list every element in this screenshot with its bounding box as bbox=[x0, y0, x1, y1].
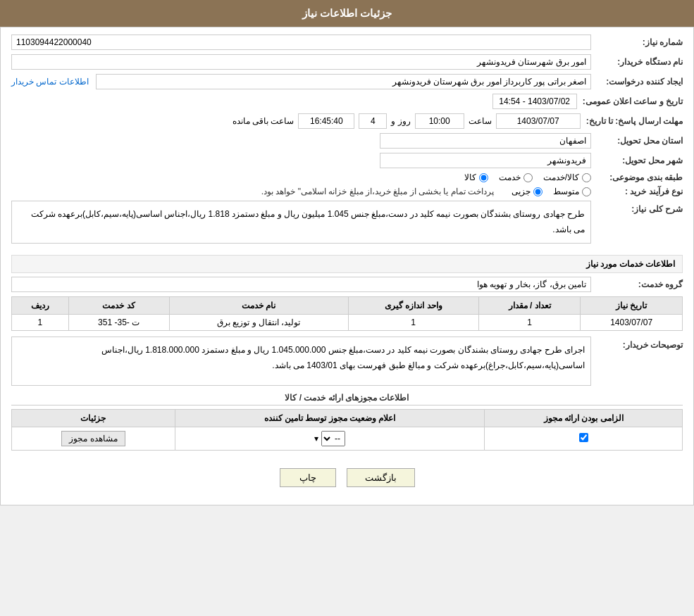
col-qty-header: تعداد / مقدار bbox=[478, 297, 581, 315]
purchase-medium-label: متوسط bbox=[553, 187, 579, 196]
deadline-details: 1403/07/07 ساعت 10:00 روز و 4 16:45:40 س… bbox=[233, 113, 581, 129]
purchase-type-group: متوسط جزیی پرداخت تمام یا بخشی از مبلغ خ… bbox=[261, 187, 591, 196]
col-announce-header: اعلام وضعیت مجوز توسط تامین کننده bbox=[175, 410, 485, 427]
creator-contact-link[interactable]: اطلاعات تماس خریدار bbox=[11, 77, 89, 87]
license-announce-select[interactable]: -- bbox=[321, 431, 345, 446]
deadline-label: مهلت ارسال پاسخ: تا تاریخ: bbox=[581, 116, 683, 126]
content-area: شماره نیاز: 1103094422000040 نام دستگاه … bbox=[0, 27, 694, 505]
need-number-label: شماره نیاز: bbox=[591, 37, 683, 47]
category-radio-group: کالا/خدمت خدمت کالا bbox=[464, 172, 591, 182]
category-label: طبقه بندی موضوعی: bbox=[591, 172, 683, 182]
service-table-header-row: تاریخ نیاز تعداد / مقدار واحد اندازه گیر… bbox=[12, 297, 683, 315]
announce-row: تاریخ و ساعت اعلان عمومی: 1403/07/02 - 1… bbox=[11, 94, 683, 109]
purchase-medium-radio[interactable] bbox=[582, 187, 591, 196]
buyer-org-value: امور برق شهرستان فریدونشهر bbox=[11, 54, 591, 70]
summary-label: شرح کلی نیاز: bbox=[591, 201, 683, 214]
deadline-days-label: روز و bbox=[391, 116, 410, 126]
deadline-days: 4 bbox=[359, 113, 387, 129]
print-button[interactable]: چاپ bbox=[280, 468, 336, 487]
page-header: جزئیات اطلاعات نیاز bbox=[0, 0, 694, 27]
category-goods-option[interactable]: کالا bbox=[464, 172, 488, 182]
license-table: الزامی بودن ارائه مجوز اعلام وضعیت مجوز … bbox=[11, 409, 683, 451]
category-goods-radio[interactable] bbox=[479, 173, 488, 182]
col-code-header: کد خدمت bbox=[68, 297, 169, 315]
page-title: جزئیات اطلاعات نیاز bbox=[302, 7, 392, 19]
col-date-header: تاریخ نیاز bbox=[581, 297, 683, 315]
province-row: استان محل تحویل: اصفهان bbox=[11, 133, 683, 149]
purchase-type-label: نوع فرآیند خرید : bbox=[591, 187, 683, 196]
row-unit: 1 bbox=[348, 315, 478, 331]
col-row-header: ردیف bbox=[12, 297, 69, 315]
buyer-org-label: نام دستگاه خریدار: bbox=[591, 57, 683, 67]
license-section-title: اطلاعات مجوزهای ارائه خدمت / کالا bbox=[11, 393, 683, 406]
service-table: تاریخ نیاز تعداد / مقدار واحد اندازه گیر… bbox=[11, 296, 683, 331]
row-num: 1 bbox=[12, 315, 69, 331]
back-button[interactable]: بازگشت bbox=[347, 468, 415, 487]
deadline-time-label: ساعت bbox=[469, 116, 492, 126]
deadline-date: 1403/07/07 bbox=[496, 113, 581, 129]
row-date: 1403/07/07 bbox=[581, 315, 683, 331]
service-section-title: اطلاعات خدمات مورد نیاز bbox=[11, 255, 683, 273]
summary-value: طرح جهادی روستای بشندگان بصورت نیمه کلید… bbox=[11, 201, 591, 244]
view-license-button[interactable]: مشاهده مجوز bbox=[61, 431, 125, 446]
deadline-remaining: 16:45:40 bbox=[298, 113, 354, 129]
announce-label: تاریخ و ساعت اعلان عمومی: bbox=[577, 96, 683, 106]
purchase-partial-option[interactable]: جزیی bbox=[512, 187, 543, 196]
creator-row: ایجاد کننده درخواست: اصغر براتی پور کارب… bbox=[11, 74, 683, 89]
purchase-type-row: نوع فرآیند خرید : متوسط جزیی پرداخت تمام… bbox=[11, 187, 683, 196]
purchase-partial-label: جزیی bbox=[512, 187, 531, 196]
row-name: تولید، انتقال و توزیع برق bbox=[169, 315, 348, 331]
table-row: 1403/07/07 1 1 تولید، انتقال و توزیع برق… bbox=[12, 315, 683, 331]
license-required-cell bbox=[485, 427, 683, 451]
service-group-label: گروه خدمت: bbox=[591, 279, 683, 289]
deadline-row: مهلت ارسال پاسخ: تا تاریخ: 1403/07/07 سا… bbox=[11, 113, 683, 129]
creator-label: ایجاد کننده درخواست: bbox=[591, 77, 683, 87]
category-service-label: خدمت bbox=[499, 172, 521, 182]
purchase-medium-option[interactable]: متوسط bbox=[553, 187, 591, 196]
bottom-buttons: بازگشت چاپ bbox=[11, 458, 683, 498]
need-number-value: 1103094422000040 bbox=[11, 34, 591, 50]
purchase-type-note: پرداخت تمام یا بخشی از مبلغ خرید،از مبلغ… bbox=[261, 187, 494, 196]
category-row: طبقه بندی موضوعی: کالا/خدمت خدمت کالا bbox=[11, 172, 683, 182]
buyer-org-row: نام دستگاه خریدار: امور برق شهرستان فرید… bbox=[11, 54, 683, 70]
city-value: فریدونشهر bbox=[380, 153, 591, 168]
page-container: جزئیات اطلاعات نیاز شماره نیاز: 11030944… bbox=[0, 0, 694, 505]
category-service-option[interactable]: خدمت bbox=[499, 172, 533, 182]
category-goods-service-radio[interactable] bbox=[582, 173, 591, 182]
col-name-header: نام خدمت bbox=[169, 297, 348, 315]
need-number-row: شماره نیاز: 1103094422000040 bbox=[11, 34, 683, 50]
license-required-checkbox[interactable] bbox=[579, 433, 588, 442]
category-goods-service-option[interactable]: کالا/خدمت bbox=[543, 172, 591, 182]
summary-row: شرح کلی نیاز: طرح جهادی روستای بشندگان ب… bbox=[11, 201, 683, 249]
city-label: شهر محل تحویل: bbox=[591, 156, 683, 165]
service-group-value: تامین برق، گاز، بخار و تهویه هوا bbox=[11, 277, 591, 292]
row-code: ت -35- 351 bbox=[68, 315, 169, 331]
province-value: اصفهان bbox=[380, 133, 591, 149]
purchase-partial-radio[interactable] bbox=[533, 187, 543, 196]
buyer-desc-row: توصیحات خریدار: اجرای طرح جهادی روستای ب… bbox=[11, 337, 683, 386]
col-details-header: جزئیات bbox=[12, 410, 175, 427]
category-service-radio[interactable] bbox=[523, 173, 533, 182]
deadline-remaining-label: ساعت باقی مانده bbox=[233, 116, 295, 126]
chevron-down-icon: ▾ bbox=[314, 434, 318, 444]
category-goods-label: کالا bbox=[464, 172, 476, 182]
buyer-desc-value: اجرای طرح جهادی روستای بشندگان بصورت نیم… bbox=[11, 337, 591, 386]
license-table-header-row: الزامی بودن ارائه مجوز اعلام وضعیت مجوز … bbox=[12, 410, 683, 427]
announce-value: 1403/07/02 - 14:54 bbox=[492, 94, 577, 109]
category-goods-service-label: کالا/خدمت bbox=[543, 172, 579, 182]
license-details-cell: مشاهده مجوز bbox=[12, 427, 175, 451]
deadline-time: 10:00 bbox=[415, 113, 464, 129]
license-announce-cell: -- ▾ bbox=[175, 427, 485, 451]
col-unit-header: واحد اندازه گیری bbox=[348, 297, 478, 315]
row-qty: 1 bbox=[478, 315, 581, 331]
col-required-header: الزامی بودن ارائه مجوز bbox=[485, 410, 683, 427]
buyer-desc-label: توصیحات خریدار: bbox=[591, 337, 683, 350]
table-row: -- ▾ مشاهده مجوز bbox=[12, 427, 683, 451]
service-group-row: گروه خدمت: تامین برق، گاز، بخار و تهویه … bbox=[11, 277, 683, 292]
province-label: استان محل تحویل: bbox=[591, 136, 683, 146]
city-row: شهر محل تحویل: فریدونشهر bbox=[11, 153, 683, 168]
creator-value: اصغر براتی پور کاربرداز امور برق شهرستان… bbox=[96, 74, 591, 89]
